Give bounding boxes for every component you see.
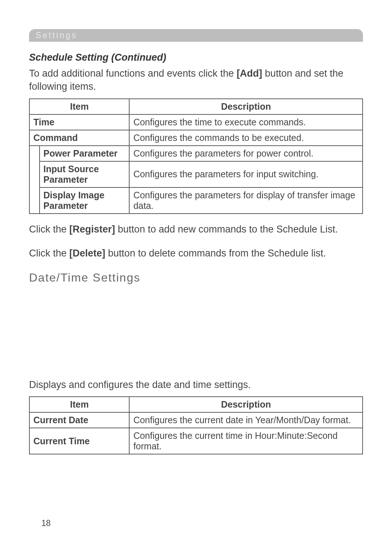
table-row: Command Configures the commands to be ex…: [29, 130, 363, 146]
header-bar: Settings: [29, 29, 363, 42]
cell-desc: Configures the commands to be executed.: [129, 130, 363, 146]
table-row: Power Parameter Configures the parameter…: [29, 146, 363, 161]
cell-item: Input Source Parameter: [40, 161, 130, 187]
intro-pre: To add additional functions and events c…: [29, 68, 237, 79]
document-page: Settings Schedule Setting (Continued) To…: [0, 0, 392, 485]
cell-desc: Configures the parameters for display of…: [129, 187, 363, 214]
table-row: Input Source Parameter Configures the pa…: [29, 161, 363, 187]
header-bar-text: Settings: [36, 31, 77, 40]
schedule-table: Item Description Time Configures the tim…: [29, 98, 363, 214]
datetime-table: Item Description Current Date Configures…: [29, 396, 363, 454]
instruction-delete: Click the [Delete] button to delete comm…: [29, 247, 363, 260]
table-row: Display Image Parameter Configures the p…: [29, 187, 363, 214]
cell-item: Current Date: [29, 412, 129, 428]
cell-item: Time: [29, 114, 129, 130]
datetime-heading: Date/Time Settings: [29, 271, 363, 284]
table-header-row: Item Description: [29, 397, 363, 412]
instruction-register: Click the [Register] button to add new c…: [29, 223, 363, 236]
table-row: Current Date Configures the current date…: [29, 412, 363, 428]
inst2-post: button to delete commands from the Sched…: [105, 248, 326, 259]
col-header-item: Item: [29, 99, 129, 114]
col-header-item: Item: [29, 397, 129, 412]
cell-item: Command: [29, 130, 129, 146]
table-header-row: Item Description: [29, 99, 363, 114]
screenshot-placeholder: [29, 291, 363, 378]
cell-desc: Configures the time to execute commands.: [129, 114, 363, 130]
page-number: 18: [41, 518, 51, 528]
cell-item: Power Parameter: [40, 146, 130, 161]
datetime-intro: Displays and configures the date and tim…: [29, 378, 363, 391]
inst1-pre: Click the: [29, 224, 69, 235]
intro-bold: [Add]: [237, 68, 262, 79]
inst1-post: button to add new commands to the Schedu…: [115, 224, 338, 235]
cell-desc: Configures the parameters for input swit…: [129, 161, 363, 187]
section-title: Schedule Setting (Continued): [29, 52, 363, 63]
intro-paragraph: To add additional functions and events c…: [29, 67, 363, 93]
cell-desc: Configures the parameters for power cont…: [129, 146, 363, 161]
cell-desc: Configures the current date in Year/Mont…: [129, 412, 363, 428]
col-header-desc: Description: [129, 397, 363, 412]
cell-item: Current Time: [29, 428, 129, 454]
inst2-pre: Click the: [29, 248, 69, 259]
inst1-bold: [Register]: [69, 224, 115, 235]
table-row: Current Time Configures the current time…: [29, 428, 363, 454]
cell-item: Display Image Parameter: [40, 187, 130, 214]
inst2-bold: [Delete]: [69, 248, 105, 259]
table-row: Time Configures the time to execute comm…: [29, 114, 363, 130]
col-header-desc: Description: [129, 99, 363, 114]
sub-indent-cell: [29, 146, 40, 214]
cell-desc: Configures the current time in Hour:Minu…: [129, 428, 363, 454]
